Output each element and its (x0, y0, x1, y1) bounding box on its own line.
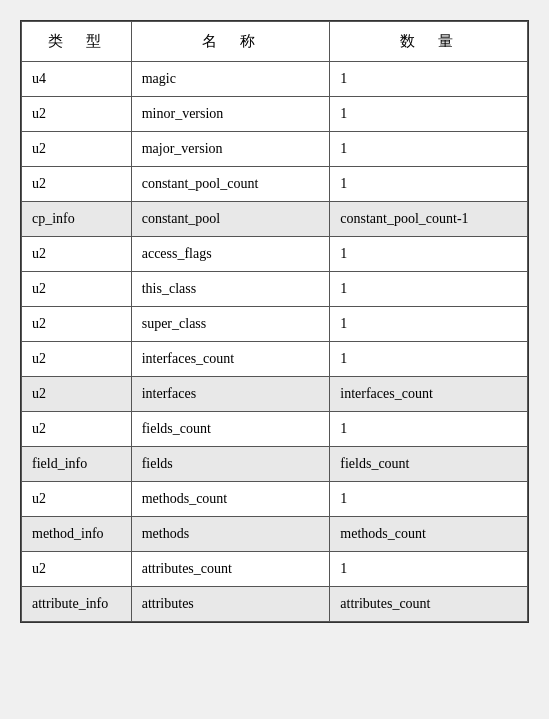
cell-type: attribute_info (22, 587, 132, 622)
table-row: u2interfacesinterfaces_count (22, 377, 528, 412)
header-type: 类 型 (22, 22, 132, 62)
cell-type: u2 (22, 132, 132, 167)
cell-type: method_info (22, 517, 132, 552)
cell-name: fields (131, 447, 330, 482)
cell-type: u2 (22, 377, 132, 412)
cell-count: 1 (330, 412, 528, 447)
table-row: u2super_class1 (22, 307, 528, 342)
cell-count: interfaces_count (330, 377, 528, 412)
cell-type: u2 (22, 272, 132, 307)
cell-type: u2 (22, 342, 132, 377)
cell-count: 1 (330, 167, 528, 202)
cell-type: u2 (22, 412, 132, 447)
cell-count: attributes_count (330, 587, 528, 622)
cell-count: 1 (330, 552, 528, 587)
cell-count: 1 (330, 342, 528, 377)
table-row: u2access_flags1 (22, 237, 528, 272)
cell-count: 1 (330, 97, 528, 132)
cell-count: 1 (330, 272, 528, 307)
table-row: u2this_class1 (22, 272, 528, 307)
table-row: u2interfaces_count1 (22, 342, 528, 377)
cell-name: interfaces_count (131, 342, 330, 377)
cell-name: attributes (131, 587, 330, 622)
cell-count: 1 (330, 132, 528, 167)
table-row: u2constant_pool_count1 (22, 167, 528, 202)
cell-name: constant_pool_count (131, 167, 330, 202)
cell-name: methods_count (131, 482, 330, 517)
cell-name: major_version (131, 132, 330, 167)
table-row: method_infomethodsmethods_count (22, 517, 528, 552)
cell-type: u2 (22, 307, 132, 342)
cell-count: fields_count (330, 447, 528, 482)
header-count: 数 量 (330, 22, 528, 62)
cell-name: this_class (131, 272, 330, 307)
cell-name: methods (131, 517, 330, 552)
cell-type: u2 (22, 237, 132, 272)
header-name: 名 称 (131, 22, 330, 62)
cell-name: access_flags (131, 237, 330, 272)
cell-count: 1 (330, 237, 528, 272)
cell-name: super_class (131, 307, 330, 342)
table-header-row: 类 型 名 称 数 量 (22, 22, 528, 62)
cell-count: 1 (330, 62, 528, 97)
cell-count: methods_count (330, 517, 528, 552)
cell-name: fields_count (131, 412, 330, 447)
cell-name: magic (131, 62, 330, 97)
table-row: attribute_infoattributesattributes_count (22, 587, 528, 622)
cell-type: u2 (22, 552, 132, 587)
table-row: field_infofieldsfields_count (22, 447, 528, 482)
class-structure-table: 类 型 名 称 数 量 u4magic1u2minor_version1u2ma… (20, 20, 529, 623)
cell-type: field_info (22, 447, 132, 482)
cell-type: u2 (22, 97, 132, 132)
cell-type: u4 (22, 62, 132, 97)
cell-name: minor_version (131, 97, 330, 132)
table-row: u2major_version1 (22, 132, 528, 167)
table-row: u2fields_count1 (22, 412, 528, 447)
table-row: cp_infoconstant_poolconstant_pool_count-… (22, 202, 528, 237)
cell-type: cp_info (22, 202, 132, 237)
table-row: u2minor_version1 (22, 97, 528, 132)
cell-type: u2 (22, 482, 132, 517)
cell-name: interfaces (131, 377, 330, 412)
cell-count: constant_pool_count-1 (330, 202, 528, 237)
table-row: u4magic1 (22, 62, 528, 97)
table-row: u2attributes_count1 (22, 552, 528, 587)
table-row: u2methods_count1 (22, 482, 528, 517)
cell-count: 1 (330, 482, 528, 517)
cell-count: 1 (330, 307, 528, 342)
cell-name: attributes_count (131, 552, 330, 587)
cell-name: constant_pool (131, 202, 330, 237)
cell-type: u2 (22, 167, 132, 202)
